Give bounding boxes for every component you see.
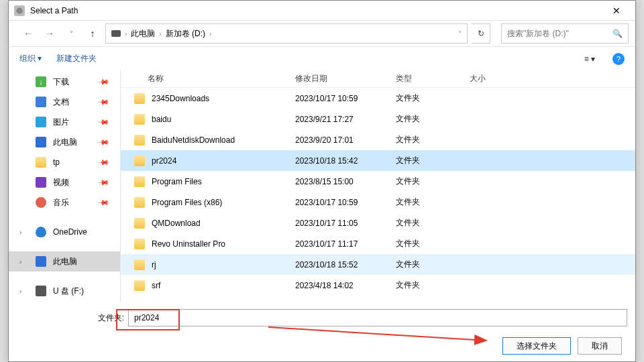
sidebar-item-label: 视频 <box>53 177 69 188</box>
chevron-down-icon[interactable]: ˅ <box>458 30 462 38</box>
file-row[interactable]: Revo Uninstaller Pro2023/10/17 11:17文件夹 <box>121 233 635 254</box>
file-name: Program Files <box>152 177 295 186</box>
pin-icon: 📌 <box>97 156 109 168</box>
chevron-right-icon: › <box>19 288 21 295</box>
sidebar-item-0[interactable]: 下载📌 <box>9 72 120 92</box>
pin-icon: 📌 <box>97 95 109 108</box>
recent-button[interactable]: ˅ <box>62 25 80 42</box>
sidebar-item-5[interactable]: 视频📌 <box>9 172 120 192</box>
select-folder-button[interactable]: 选择文件夹 <box>502 337 571 355</box>
file-date: 2023/10/18 15:42 <box>295 156 396 166</box>
sidebar-item-label: 此电脑 <box>53 137 77 148</box>
pc-icon <box>36 137 46 147</box>
file-row[interactable]: Program Files (x86)2023/10/17 10:59文件夹 <box>121 192 635 213</box>
folder-icon <box>134 176 145 187</box>
folder-label: 文件夹: <box>95 312 128 324</box>
file-name: BaiduNetdiskDownload <box>152 135 295 145</box>
file-list: 名称 修改日期 类型 大小 2345Downloads2023/10/17 10… <box>121 70 635 302</box>
dialog-buttons: 选择文件夹 取消 <box>17 328 627 355</box>
help-icon[interactable]: ? <box>612 53 625 65</box>
drive-icon <box>111 30 121 37</box>
sidebar-item-label: 音乐 <box>53 197 69 208</box>
sidebar-item-2[interactable]: 图片📌 <box>9 112 120 132</box>
cancel-button[interactable]: 取消 <box>578 337 622 355</box>
file-type: 文件夹 <box>396 113 470 125</box>
sidebar: 下载📌文档📌图片📌此电脑📌tp📌视频📌音乐📌›OneDrive›此电脑›U 盘 … <box>9 70 121 302</box>
dl-icon <box>36 76 46 87</box>
sidebar-item-8[interactable]: ›此电脑 <box>9 251 120 272</box>
header-name[interactable]: 名称 <box>121 73 295 84</box>
chevron-right-icon: › <box>19 229 21 236</box>
file-date: 2023/10/17 11:17 <box>295 239 396 249</box>
file-type: 文件夹 <box>396 238 470 249</box>
sidebar-item-4[interactable]: tp📌 <box>9 152 120 172</box>
sidebar-item-1[interactable]: 文档📌 <box>9 92 120 112</box>
forward-button[interactable]: → <box>41 25 58 42</box>
view-button[interactable]: ≡ ▾ <box>582 51 598 67</box>
usb-icon <box>36 286 46 296</box>
header-type[interactable]: 类型 <box>396 73 470 84</box>
sidebar-item-3[interactable]: 此电脑📌 <box>9 132 120 152</box>
breadcrumb-drive[interactable]: 新加卷 (D:) <box>166 28 205 40</box>
folder-icon <box>134 259 145 270</box>
file-row[interactable]: pr20242023/10/18 15:42文件夹 <box>121 150 635 171</box>
footer: 文件夹: 选择文件夹 取消 <box>9 302 635 355</box>
file-row[interactable]: rj2023/10/18 15:52文件夹 <box>121 254 635 275</box>
file-type: 文件夹 <box>396 196 470 208</box>
sidebar-item-label: U 盘 (F:) <box>53 286 84 297</box>
search-input[interactable] <box>507 29 608 38</box>
folder-icon <box>134 280 145 291</box>
file-name: rj <box>152 260 295 269</box>
content: 下载📌文档📌图片📌此电脑📌tp📌视频📌音乐📌›OneDrive›此电脑›U 盘 … <box>9 70 635 302</box>
search-box[interactable]: 🔍 <box>501 23 629 44</box>
back-button[interactable]: ← <box>19 25 37 42</box>
sidebar-item-6[interactable]: 音乐📌 <box>9 192 120 213</box>
file-row[interactable]: BaiduNetdiskDownload2023/9/20 17:01文件夹 <box>121 129 635 150</box>
close-icon[interactable]: ✕ <box>603 1 630 20</box>
chevron-right-icon: › <box>209 30 211 38</box>
file-row[interactable]: QMDownload2023/10/17 11:05文件夹 <box>121 213 635 233</box>
chevron-right-icon: › <box>19 258 21 265</box>
file-row[interactable]: 2345Downloads2023/10/17 10:59文件夹 <box>121 88 635 109</box>
navbar: ← → ˅ ↑ › 此电脑 › 新加卷 (D:) › ˅ ↻ 🔍 <box>9 21 635 46</box>
file-row[interactable]: baidu2023/9/21 17:27文件夹 <box>121 109 635 129</box>
pin-icon: 📌 <box>97 115 109 128</box>
file-date: 2023/8/15 15:00 <box>295 177 396 186</box>
breadcrumb-root[interactable]: 此电脑 <box>131 28 155 40</box>
header-date[interactable]: 修改日期 <box>295 73 396 84</box>
new-folder-button[interactable]: 新建文件夹 <box>56 53 97 64</box>
refresh-button[interactable]: ↻ <box>472 23 490 44</box>
cloud-icon <box>36 227 46 237</box>
file-type: 文件夹 <box>396 155 470 166</box>
file-date: 2023/10/17 11:05 <box>295 219 396 228</box>
pc-icon <box>36 256 46 267</box>
file-name: srf <box>152 281 295 290</box>
pin-icon: 📌 <box>97 135 109 148</box>
sidebar-item-label: 图片 <box>53 117 69 128</box>
sidebar-item-label: OneDrive <box>53 227 87 237</box>
folder-icon <box>134 93 145 104</box>
file-date: 2023/9/20 17:01 <box>295 135 396 145</box>
sidebar-item-9[interactable]: ›U 盘 (F:) <box>9 281 120 301</box>
file-row[interactable]: Program Files2023/8/15 15:00文件夹 <box>121 171 635 192</box>
organize-button[interactable]: 组织 ▾ <box>19 53 42 64</box>
sidebar-item-label: 此电脑 <box>53 256 77 267</box>
pin-icon: 📌 <box>97 176 109 188</box>
address-bar[interactable]: › 此电脑 › 新加卷 (D:) › ˅ <box>105 23 468 44</box>
sidebar-item-7[interactable]: ›OneDrive <box>9 222 120 242</box>
file-name: baidu <box>152 115 295 124</box>
file-name: Revo Uninstaller Pro <box>152 239 295 249</box>
toolbar: 组织 ▾ 新建文件夹 ≡ ▾ ? <box>9 46 635 70</box>
file-row[interactable]: srf2023/4/18 14:02文件夹 <box>121 275 635 296</box>
img-icon <box>36 117 46 127</box>
folder-icon <box>134 156 145 166</box>
file-date: 2023/10/17 10:59 <box>295 198 396 207</box>
header-size[interactable]: 大小 <box>470 73 523 84</box>
file-type: 文件夹 <box>396 134 470 145</box>
file-type: 文件夹 <box>396 280 470 291</box>
file-dialog: Select a Path ✕ ← → ˅ ↑ › 此电脑 › 新加卷 (D:)… <box>8 0 636 362</box>
file-type: 文件夹 <box>396 93 470 104</box>
pin-icon: 📌 <box>97 75 109 88</box>
folder-input[interactable] <box>128 309 627 326</box>
up-button[interactable]: ↑ <box>84 25 101 42</box>
